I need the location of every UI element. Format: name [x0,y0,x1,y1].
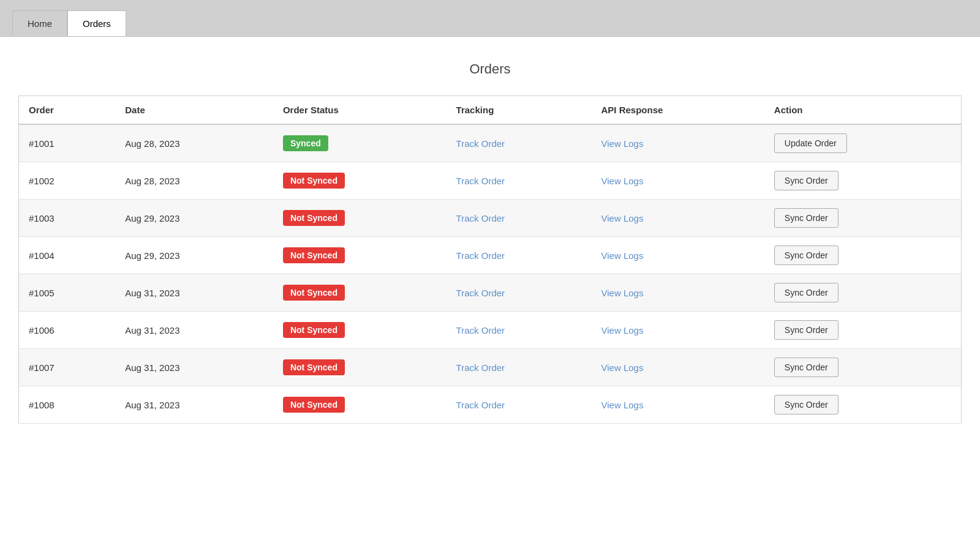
track-order-link[interactable]: Track Order [456,250,505,261]
status-badge: Not Synced [283,285,345,301]
order-status: Not Synced [273,274,447,312]
nav-tab-home[interactable]: Home [12,10,67,36]
order-id: #1003 [19,200,116,237]
table-header-api-response: API Response [591,96,764,125]
sync-order-button[interactable]: Sync Order [774,171,839,190]
table-header-order-status: Order Status [273,96,447,125]
sync-order-button[interactable]: Sync Order [774,208,839,228]
order-id: #1008 [19,386,116,424]
update-order-button[interactable]: Update Order [774,133,847,153]
status-badge: Synced [283,135,328,151]
api-response: View Logs [591,274,764,312]
table-row: #1004Aug 29, 2023Not SyncedTrack OrderVi… [19,237,962,274]
table-row: #1007Aug 31, 2023Not SyncedTrack OrderVi… [19,349,962,386]
view-logs-link[interactable]: View Logs [601,325,643,335]
table-header-action: Action [764,96,962,125]
api-response: View Logs [591,162,764,200]
table-row: #1002Aug 28, 2023Not SyncedTrack OrderVi… [19,162,962,200]
order-id: #1006 [19,312,116,349]
order-date: Aug 31, 2023 [115,274,273,312]
view-logs-link[interactable]: View Logs [601,176,643,186]
order-tracking: Track Order [447,274,592,312]
table-body: #1001Aug 28, 2023SyncedTrack OrderView L… [19,124,962,424]
table-header-order: Order [19,96,116,125]
sync-order-button[interactable]: Sync Order [774,320,839,340]
api-response: View Logs [591,200,764,237]
nav-tab-orders[interactable]: Orders [67,10,126,36]
sync-order-button[interactable]: Sync Order [774,358,839,377]
order-action: Sync Order [764,274,962,312]
orders-table: OrderDateOrder StatusTrackingAPI Respons… [18,96,962,424]
order-tracking: Track Order [447,200,592,237]
table-row: #1003Aug 29, 2023Not SyncedTrack OrderVi… [19,200,962,237]
order-id: #1002 [19,162,116,200]
track-order-link[interactable]: Track Order [456,362,505,373]
order-action: Sync Order [764,312,962,349]
order-status: Not Synced [273,162,447,200]
api-response: View Logs [591,349,764,386]
order-status: Synced [273,124,447,162]
status-badge: Not Synced [283,210,345,226]
sync-order-button[interactable]: Sync Order [774,246,839,265]
table-header-date: Date [115,96,273,125]
table-row: #1008Aug 31, 2023Not SyncedTrack OrderVi… [19,386,962,424]
order-date: Aug 31, 2023 [115,386,273,424]
order-tracking: Track Order [447,237,592,274]
order-date: Aug 31, 2023 [115,349,273,386]
order-date: Aug 31, 2023 [115,312,273,349]
order-date: Aug 29, 2023 [115,200,273,237]
order-id: #1007 [19,349,116,386]
status-badge: Not Synced [283,173,345,189]
order-date: Aug 29, 2023 [115,237,273,274]
order-status: Not Synced [273,200,447,237]
order-action: Sync Order [764,200,962,237]
order-tracking: Track Order [447,124,592,162]
order-status: Not Synced [273,386,447,424]
status-badge: Not Synced [283,322,345,338]
order-id: #1001 [19,124,116,162]
track-order-link[interactable]: Track Order [456,400,505,410]
order-action: Sync Order [764,386,962,424]
order-status: Not Synced [273,349,447,386]
sync-order-button[interactable]: Sync Order [774,283,839,302]
table-header-tracking: Tracking [447,96,592,125]
view-logs-link[interactable]: View Logs [601,138,643,149]
order-action: Sync Order [764,349,962,386]
api-response: View Logs [591,237,764,274]
nav-bar: HomeOrders [0,0,980,37]
order-tracking: Track Order [447,162,592,200]
status-badge: Not Synced [283,397,345,413]
order-date: Aug 28, 2023 [115,124,273,162]
order-id: #1004 [19,237,116,274]
sync-order-button[interactable]: Sync Order [774,395,839,414]
order-tracking: Track Order [447,312,592,349]
order-tracking: Track Order [447,386,592,424]
view-logs-link[interactable]: View Logs [601,213,643,223]
order-date: Aug 28, 2023 [115,162,273,200]
view-logs-link[interactable]: View Logs [601,288,643,298]
api-response: View Logs [591,386,764,424]
order-status: Not Synced [273,312,447,349]
order-action: Sync Order [764,237,962,274]
table-row: #1005Aug 31, 2023Not SyncedTrack OrderVi… [19,274,962,312]
view-logs-link[interactable]: View Logs [601,250,643,261]
view-logs-link[interactable]: View Logs [601,400,643,410]
api-response: View Logs [591,312,764,349]
track-order-link[interactable]: Track Order [456,176,505,186]
track-order-link[interactable]: Track Order [456,213,505,223]
table-row: #1006Aug 31, 2023Not SyncedTrack OrderVi… [19,312,962,349]
order-id: #1005 [19,274,116,312]
table-row: #1001Aug 28, 2023SyncedTrack OrderView L… [19,124,962,162]
status-badge: Not Synced [283,247,345,263]
track-order-link[interactable]: Track Order [456,138,505,149]
status-badge: Not Synced [283,359,345,375]
track-order-link[interactable]: Track Order [456,325,505,335]
view-logs-link[interactable]: View Logs [601,362,643,373]
table-header: OrderDateOrder StatusTrackingAPI Respons… [19,96,962,125]
order-action: Sync Order [764,162,962,200]
api-response: View Logs [591,124,764,162]
track-order-link[interactable]: Track Order [456,288,505,298]
order-action: Update Order [764,124,962,162]
order-status: Not Synced [273,237,447,274]
page-title: Orders [18,61,962,77]
